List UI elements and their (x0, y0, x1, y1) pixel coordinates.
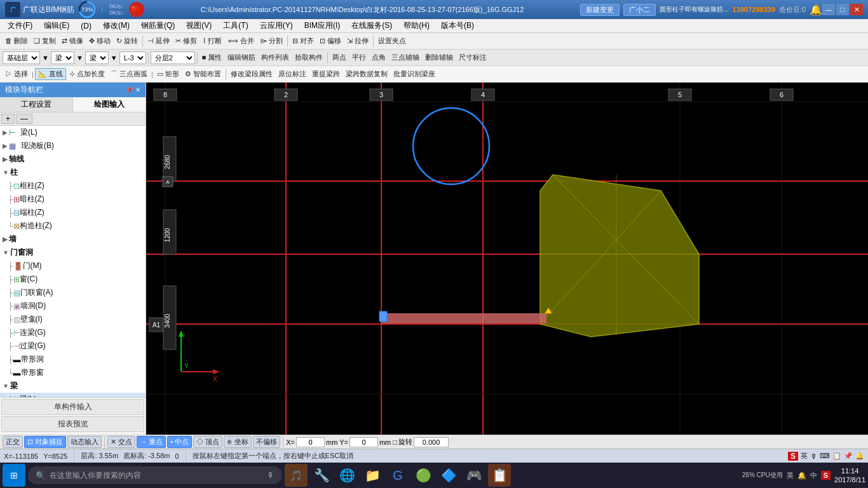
btn-three-point-aux[interactable]: 三点辅轴 (389, 52, 422, 63)
taskbar-app-music[interactable]: 🎵 (285, 464, 308, 487)
btn-dim-label[interactable]: 尺寸标注 (456, 52, 489, 63)
btn-property[interactable]: ■ 属性 (200, 52, 225, 63)
btn-pick-component[interactable]: 拾取构件 (292, 52, 325, 63)
btn-break[interactable]: ⌇ 打断 (200, 36, 224, 46)
btn-select[interactable]: ▷ 选择 (3, 69, 31, 79)
btn-orthogonal[interactable]: 正交 (3, 436, 23, 448)
taskbar-app-blue[interactable]: 🔷 (437, 464, 460, 487)
taskbar-search[interactable]: 🔍 在这里输入你要搜索的内容 🎙 (28, 466, 282, 484)
element-type-selector[interactable]: 梁 (51, 51, 74, 64)
floor-selector[interactable]: 分层2 (151, 51, 195, 64)
nav-axis-group[interactable]: ▶ 轴线 (0, 152, 146, 166)
menu-view[interactable]: 视图(V) (181, 19, 217, 32)
nav-dark-col[interactable]: ├ ⊞ 暗柱(Z) (0, 193, 146, 206)
taskbar-app-ie[interactable]: 🌐 (336, 464, 358, 487)
btn-modify-span-prop[interactable]: 修改梁段属性 (228, 69, 275, 79)
nav-beam-group[interactable]: ▼ 梁 (0, 379, 146, 393)
nav-column-group[interactable]: ▼ 柱 (0, 166, 146, 179)
btn-no-bias[interactable]: 不偏移 (253, 436, 280, 448)
taskbar-app-chrome[interactable]: G (386, 464, 409, 487)
menu-help[interactable]: 帮助(H) (398, 19, 435, 32)
assistant-btn[interactable]: 广小二 (623, 4, 656, 16)
btn-batch-identify[interactable]: 批量识别梁座 (391, 69, 438, 79)
btn-coord[interactable]: ⊕ 坐标 (224, 436, 252, 448)
btn-parallel[interactable]: 平行 (349, 52, 369, 63)
start-button[interactable]: ⊞ (3, 464, 25, 487)
nav-cast-slab[interactable]: ▶ ▦ 现浇板(B) (0, 139, 146, 152)
menu-file[interactable]: 文件(F) (3, 19, 37, 32)
menu-online[interactable]: 在线服务(S) (346, 19, 397, 32)
btn-line[interactable]: 📐 直线 (35, 68, 66, 80)
single-element-input-btn[interactable]: 单构件输入 (1, 399, 144, 415)
taskbar-app-green[interactable]: 🟢 (412, 464, 435, 487)
nav-struct-col[interactable]: └ ⊠ 构造柱(Z) (0, 219, 146, 233)
btn-re-extract-span[interactable]: 重提梁跨 (309, 69, 342, 79)
report-preview-btn[interactable]: 报表预览 (1, 416, 144, 432)
close-btn[interactable]: ✕ (850, 4, 863, 15)
nav-door-win-group[interactable]: ▼ 门窗洞 (0, 246, 146, 259)
btn-extend[interactable]: ⊣ 延伸 (145, 36, 172, 46)
menu-version[interactable]: 版本号(B) (436, 19, 479, 32)
panel-add-btn[interactable]: + (1, 114, 15, 124)
menu-rebar[interactable]: 钢筋量(Q) (136, 19, 180, 32)
nav-alcove[interactable]: ├ ▥ 壁龛(I) (0, 313, 146, 326)
taskbar-app-glodas[interactable]: 📋 (488, 464, 511, 487)
btn-center[interactable]: • 中点 (167, 436, 192, 448)
btn-point-angle[interactable]: 点角 (369, 52, 388, 63)
y-input[interactable] (349, 437, 378, 447)
btn-dynamic-input[interactable]: 动态输入 (67, 436, 102, 448)
btn-origin-label[interactable]: 原位标注 (276, 69, 309, 79)
btn-rect[interactable]: ▭ 矩形 (154, 69, 182, 79)
btn-delete[interactable]: 🗑 刪除 (3, 36, 31, 46)
nav-strip-hole[interactable]: ├ ▬ 带形洞 (0, 353, 146, 366)
btn-intersection[interactable]: ✕ 交点 (107, 436, 135, 448)
panel-pin-btn[interactable]: 📌 (125, 86, 133, 93)
panel-remove-btn[interactable]: — (16, 114, 32, 124)
btn-span-copy[interactable]: 梁跨数据复制 (343, 69, 390, 79)
rotate-input[interactable] (414, 437, 449, 447)
btn-split[interactable]: ⌲ 分割 (257, 36, 285, 46)
menu-bim[interactable]: BIM应用(I) (299, 19, 346, 32)
nav-window[interactable]: ├ ⊞ 窗(C) (0, 273, 146, 286)
btn-edit-rebar[interactable]: 编辑钢筋 (225, 52, 258, 63)
nav-beam2[interactable]: ├ ⊢ 梁(L) (0, 393, 146, 397)
menu-edit[interactable]: 编辑(E) (39, 19, 74, 32)
nav-coupling-beam[interactable]: ├ ⊢ 连梁(G) (0, 326, 146, 339)
maximize-btn[interactable]: □ (836, 4, 849, 15)
btn-smart-place[interactable]: ⚙ 智能布置 (182, 69, 224, 79)
btn-vertex[interactable]: ◇ 顶点 (193, 436, 222, 448)
menu-d[interactable]: (D) (76, 20, 97, 32)
new-change-btn[interactable]: 新建变更 (580, 4, 620, 16)
canvas-area[interactable]: 8 2 3 4 5 6 A1 2680 1200 3400 (146, 83, 868, 435)
nav-wall-group[interactable]: ▶ 墙 (0, 233, 146, 246)
taskbar-app-browser1[interactable]: 🔧 (310, 464, 333, 487)
btn-stretch[interactable]: ⇲ 拉伸 (344, 36, 371, 46)
btn-component-list[interactable]: 构件列表 (259, 52, 292, 63)
menu-tools[interactable]: 工具(T) (218, 19, 253, 32)
tab-settings[interactable]: 工程设置 (0, 97, 73, 112)
btn-copy[interactable]: ❏ 复制 (31, 36, 58, 46)
nav-lintel[interactable]: ├ ⊣ 过梁(G) (0, 339, 146, 353)
menu-cloud[interactable]: 云应用(Y) (255, 19, 298, 32)
level-selector[interactable]: L-3 (119, 51, 146, 64)
btn-snap[interactable]: ⊡ 对象捕捉 (24, 436, 66, 448)
btn-trim[interactable]: ✂ 修剪 (173, 36, 200, 46)
nav-wall-hole[interactable]: ├ ▣ 墙洞(D) (0, 299, 146, 313)
minimize-btn[interactable]: — (822, 4, 835, 15)
taskbar-app-game[interactable]: 🎮 (463, 464, 485, 487)
nav-frame-col[interactable]: ├ ⊡ 框柱(Z) (0, 179, 146, 193)
btn-set-grip[interactable]: 设置夹点 (376, 36, 409, 46)
btn-point-len[interactable]: ⊹ 点加长度 (67, 69, 107, 79)
nav-end-col[interactable]: ├ ⊟ 端柱(Z) (0, 206, 146, 219)
btn-move[interactable]: ✥ 移动 (86, 36, 113, 46)
btn-three-arc[interactable]: ⌒ 三点画弧 (108, 69, 150, 79)
layer-selector[interactable]: 基础层 (3, 51, 40, 64)
btn-merge[interactable]: ⟺ 合并 (226, 36, 257, 46)
btn-offset[interactable]: ⊡ 偏移 (317, 36, 344, 46)
btn-midpoint[interactable]: → 重点 (137, 436, 166, 448)
nav-door-win-combo[interactable]: ├ ▤ 门联窗(A) (0, 286, 146, 299)
x-input[interactable] (296, 437, 325, 447)
menu-modify[interactable]: 修改(M) (98, 19, 135, 32)
nav-door[interactable]: ├ 🚪 门(M) (0, 259, 146, 273)
btn-mirror[interactable]: ⇄ 镜像 (59, 36, 86, 46)
